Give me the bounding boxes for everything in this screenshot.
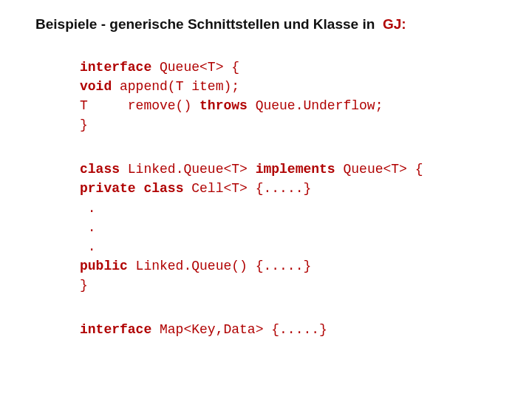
code-block-interface-queue: interface Queue<T> { void append(T item)… [80,58,502,134]
code-text: } [80,278,88,293]
code-text: Linked.Queue() {.....} [128,259,311,273]
code-text: Linked.Queue<T> [120,162,256,177]
keyword-throws: throws [200,98,248,113]
code-text: . [80,201,96,216]
code-block-linked-queue: class Linked.Queue<T> implements Queue<T… [80,160,502,295]
code-text: Map<Key,Data> {.....} [151,322,327,337]
keyword-interface: interface [80,60,151,75]
code-text: . [80,239,96,254]
keyword-class: class [80,162,120,177]
spacer [35,295,502,320]
slide-title: Beispiele - generische Schnittstellen un… [35,16,502,33]
code-text: append(T item); [112,79,239,94]
title-prefix: Beispiele - generische Schnittstellen un… [35,16,383,32]
title-gj: GJ: [383,16,406,32]
code-text: } [80,117,88,132]
keyword-implements: implements [256,162,335,177]
slide: Beispiele - generische Schnittstellen un… [0,0,532,399]
keyword-private: private [80,181,136,196]
code-text: Queue<T> { [151,60,239,75]
spacer [35,134,502,160]
code-text: Cell<T> {.....} [183,181,311,196]
code-block-interface-map: interface Map<Key,Data> {.....} [80,320,502,339]
code-text: . [80,220,96,235]
keyword-void: void [80,79,112,94]
code-text: Queue<T> { [335,162,423,177]
keyword-class: class [143,181,183,196]
code-text: Queue.Underflow; [248,98,383,113]
keyword-public: public [80,259,128,273]
code-text: T remove() [80,98,200,113]
keyword-interface: interface [80,322,151,337]
